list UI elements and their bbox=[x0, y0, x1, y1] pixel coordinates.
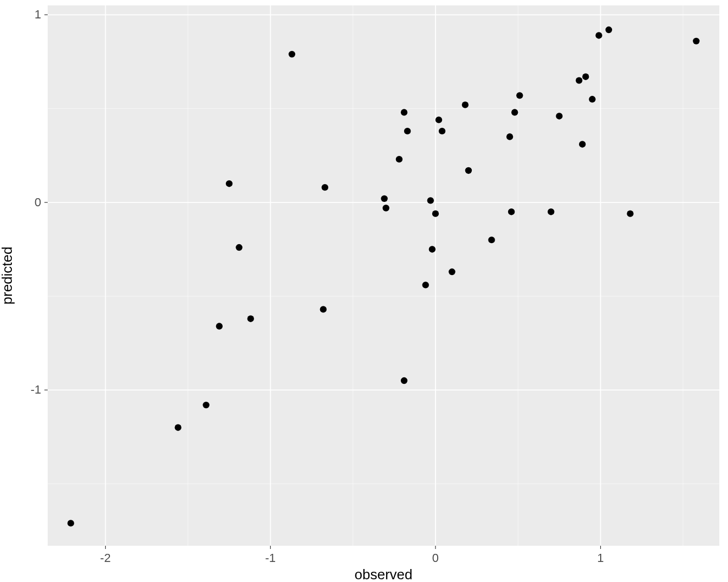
data-point bbox=[216, 323, 223, 329]
plot-panel bbox=[48, 5, 719, 546]
y-tick-label: 0 bbox=[35, 195, 41, 209]
data-point bbox=[556, 113, 562, 119]
x-tick-label: 0 bbox=[432, 551, 439, 565]
x-tick-label: -2 bbox=[100, 551, 111, 565]
data-point bbox=[582, 73, 589, 80]
data-point bbox=[432, 210, 439, 217]
data-point bbox=[236, 244, 242, 251]
data-point bbox=[693, 38, 699, 44]
data-point bbox=[226, 180, 232, 187]
data-point bbox=[401, 109, 407, 115]
x-axis-title: observed bbox=[355, 566, 413, 582]
data-point bbox=[508, 208, 515, 215]
data-point bbox=[465, 167, 472, 174]
data-point bbox=[401, 377, 407, 384]
data-point bbox=[67, 520, 74, 526]
y-tick-label: -1 bbox=[30, 383, 41, 396]
data-point bbox=[576, 77, 582, 83]
data-point bbox=[435, 116, 442, 123]
data-point bbox=[203, 402, 209, 408]
data-point bbox=[322, 184, 328, 191]
data-point bbox=[439, 128, 445, 134]
data-point bbox=[511, 109, 518, 115]
y-axis-title: predicted bbox=[0, 247, 15, 305]
chart-svg: -2-101-101observedpredicted bbox=[0, 0, 728, 582]
scatter-chart: -2-101-101observedpredicted bbox=[0, 0, 728, 582]
data-point bbox=[579, 141, 586, 147]
data-point bbox=[404, 128, 411, 134]
data-point bbox=[320, 306, 327, 312]
data-point bbox=[606, 27, 612, 33]
data-point bbox=[548, 208, 554, 215]
data-point bbox=[382, 205, 389, 211]
data-point bbox=[422, 282, 428, 288]
data-point bbox=[589, 96, 595, 102]
data-point bbox=[627, 210, 633, 217]
x-tick-label: -1 bbox=[265, 551, 276, 565]
data-point bbox=[381, 195, 387, 202]
data-point bbox=[248, 316, 254, 322]
x-tick-label: 1 bbox=[597, 551, 604, 565]
data-point bbox=[595, 32, 602, 38]
data-point bbox=[429, 246, 435, 252]
data-point bbox=[396, 156, 402, 162]
data-point bbox=[516, 92, 523, 99]
data-point bbox=[427, 197, 434, 204]
data-point bbox=[448, 269, 455, 275]
data-point bbox=[506, 133, 513, 140]
data-point bbox=[488, 237, 495, 243]
y-tick-label: 1 bbox=[35, 8, 41, 21]
data-point bbox=[174, 424, 181, 430]
data-point bbox=[289, 51, 295, 57]
data-point bbox=[462, 101, 469, 108]
